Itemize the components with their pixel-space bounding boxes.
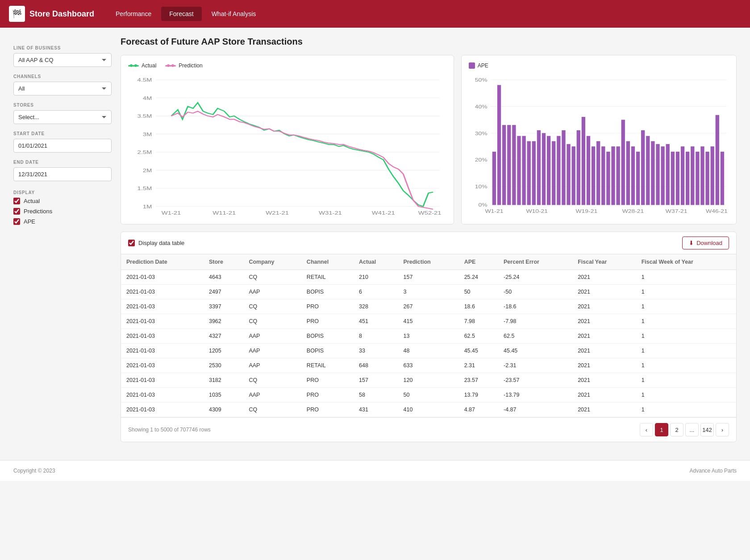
nav-forecast[interactable]: Forecast [161,7,201,21]
svg-rect-73 [686,152,689,205]
display-predictions-checkbox[interactable]: Predictions [13,208,112,215]
predictions-checkbox-input[interactable] [13,208,20,215]
start-date-input[interactable] [13,139,112,153]
svg-rect-74 [691,146,694,205]
channels-label: CHANNELS [13,74,112,79]
table-cell: 33 [354,344,398,358]
end-date-label: END DATE [13,160,112,165]
svg-text:2.5M: 2.5M [137,149,152,155]
table-cell: 3962 [204,314,243,329]
ape-label: APE [24,218,35,225]
page-2-button[interactable]: 2 [670,423,683,436]
svg-rect-75 [696,152,699,205]
next-page-button[interactable]: › [716,423,729,436]
table-cell: -23.57 [498,373,572,388]
svg-text:W1-21: W1-21 [485,209,503,214]
table-cell: 3 [398,285,459,299]
navbar: 🏁 Store Dashboard Performance Forecast W… [0,0,750,28]
channels-select[interactable]: All [13,82,112,95]
svg-rect-41 [527,141,530,205]
svg-rect-53 [587,136,590,205]
ape-checkbox-input[interactable] [13,218,20,225]
table-cell: 23.57 [459,373,498,388]
display-ape-checkbox[interactable]: APE [13,218,112,225]
table-cell: PRO [301,314,354,329]
stores-label: STORES [13,103,112,108]
svg-rect-80 [721,152,724,205]
table-cell: 267 [398,299,459,314]
col-channel: Channel [301,254,354,270]
table-cell: 2530 [204,358,243,373]
table-cell: 3182 [204,373,243,388]
svg-text:W10-21: W10-21 [526,209,548,214]
table-cell: AAP [243,329,301,344]
table-row: 2021-01-031035AAPPRO585013.79-13.7920211 [121,388,736,402]
table-cell: 1 [636,358,736,373]
lob-select[interactable]: All AAP & CQ [13,53,112,67]
ape-chart-card: APE 50% 40% 30% 20% 10% 0% [461,55,737,224]
page-142-button[interactable]: 142 [700,423,714,436]
table-cell: 45.45 [459,344,498,358]
table-cell: AAP [243,344,301,358]
display-actual-checkbox[interactable]: Actual [13,198,112,204]
table-cell: 2021 [572,329,636,344]
nav-whatif[interactable]: What-if Analysis [204,7,264,21]
brand: 🏁 Store Dashboard [9,6,94,22]
table-cell: 2021 [572,314,636,329]
actual-label: Actual [24,198,40,204]
table-cell: CQ [243,314,301,329]
svg-rect-65 [646,136,650,205]
table-cell: 431 [354,402,398,417]
svg-rect-54 [592,146,595,205]
svg-rect-52 [582,117,585,205]
stores-select[interactable]: Select... [13,110,112,124]
legend-actual: Actual [128,62,156,69]
table-cell: CQ [243,373,301,388]
ape-bar-icon [469,62,475,69]
svg-rect-76 [700,146,704,205]
nav-performance[interactable]: Performance [108,7,159,21]
end-date-input[interactable] [13,167,112,181]
table-cell: 4327 [204,329,243,344]
table-cell: 45.45 [498,344,572,358]
table-cell: 50 [398,388,459,402]
table-cell: -50 [498,285,572,299]
download-label: Download [696,240,722,246]
table-cell: 2021 [572,358,636,373]
table-cell: PRO [301,299,354,314]
table-cell: 1 [636,344,736,358]
display-table-label: Display data table [138,240,184,246]
table-cell: 1 [636,329,736,344]
download-button[interactable]: ⬇ Download [682,236,729,249]
table-cell: 633 [398,358,459,373]
bar-chart-svg: 50% 40% 30% 20% 10% 0% [469,74,729,217]
svg-rect-68 [661,146,664,205]
legend-ape-label: APE [478,62,488,69]
table-cell: RETAIL [301,358,354,373]
table-cell: 2021-01-03 [121,388,204,402]
page-ellipsis: ... [685,423,699,436]
page-1-button[interactable]: 1 [655,423,668,436]
actual-line-icon [128,65,139,66]
svg-text:3.5M: 3.5M [137,113,152,119]
prev-page-button[interactable]: ‹ [640,423,653,436]
table-cell: 48 [398,344,459,358]
table-scroll-container[interactable]: Prediction Date Store Company Channel Ac… [121,254,736,417]
table-cell: 7.98 [459,314,498,329]
table-cell: CQ [243,299,301,314]
actual-checkbox-input[interactable] [13,198,20,204]
svg-rect-38 [512,125,516,205]
table-cell: 58 [354,388,398,402]
table-row: 2021-01-033397CQPRO32826718.6-18.620211 [121,299,736,314]
table-cell: 2021-01-03 [121,358,204,373]
table-cell: BOPIS [301,329,354,344]
download-icon: ⬇ [689,240,694,246]
svg-rect-79 [715,115,719,205]
table-cell: 415 [398,314,459,329]
table-cell: 1 [636,314,736,329]
svg-rect-44 [542,133,546,205]
svg-text:20%: 20% [475,158,488,163]
table-cell: PRO [301,388,354,402]
display-table-checkbox[interactable] [128,240,135,246]
svg-rect-58 [611,146,615,205]
